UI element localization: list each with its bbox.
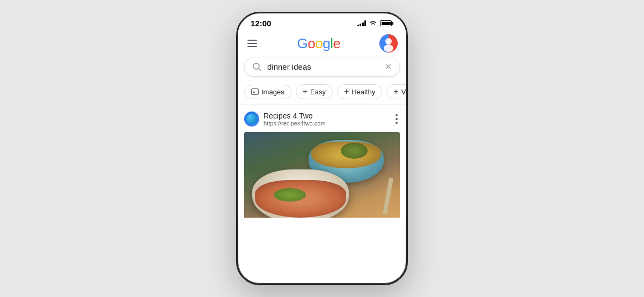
chip-healthy[interactable]: + Healthy	[337, 84, 382, 99]
top-nav: Google	[238, 30, 406, 57]
result-header: Recipes 4 Two https://recipes4two.com	[244, 112, 400, 127]
more-options-button[interactable]	[393, 112, 400, 126]
phone-screen: 12:00 Googl	[236, 12, 408, 285]
food-image	[244, 132, 400, 218]
logo-letter-e: e	[333, 35, 340, 51]
avatar[interactable]	[379, 34, 398, 53]
chip-vegetarian-plus-icon: +	[393, 87, 398, 96]
status-time: 12:00	[251, 19, 271, 28]
logo-letter-o2: o	[315, 35, 323, 51]
avatar-image	[379, 34, 398, 53]
dot-1	[396, 114, 398, 116]
signal-icon	[357, 20, 367, 26]
images-icon	[251, 88, 259, 95]
dot-3	[396, 122, 398, 124]
bowl-back-greens	[341, 143, 368, 159]
hamburger-menu-button[interactable]	[246, 39, 258, 48]
google-logo: Google	[297, 35, 341, 52]
filter-chips-container: Images + Easy + Healthy + Veget…	[238, 82, 406, 105]
chip-vegetarian-label: Veget…	[401, 88, 406, 96]
svg-line-6	[259, 68, 261, 71]
search-icon	[252, 62, 262, 72]
chip-healthy-label: Healthy	[352, 88, 375, 96]
result-card: Recipes 4 Two https://recipes4two.com	[238, 105, 406, 218]
source-url: https://recipes4two.com	[264, 120, 326, 127]
logo-letter-g2: g	[323, 35, 330, 51]
source-favicon	[244, 112, 259, 127]
dot-2	[396, 118, 398, 120]
status-bar: 12:00	[238, 13, 406, 30]
logo-letter-g: G	[297, 35, 308, 51]
chip-easy[interactable]: + Easy	[296, 84, 333, 99]
chip-images-label: Images	[261, 88, 284, 96]
phone-frame: 12:00 Googl	[236, 12, 408, 285]
svg-point-4	[384, 44, 393, 52]
chip-healthy-plus-icon: +	[344, 87, 349, 96]
clear-search-button[interactable]: ✕	[385, 62, 392, 72]
search-container: dinner ideas ✕	[238, 57, 406, 82]
bowl-front-garnish	[274, 188, 306, 202]
search-box[interactable]: dinner ideas ✕	[244, 57, 400, 77]
chip-vegetarian[interactable]: + Veget…	[386, 84, 406, 99]
source-text: Recipes 4 Two https://recipes4two.com	[264, 112, 326, 127]
wifi-icon	[369, 20, 377, 27]
fork-utensil	[383, 177, 393, 215]
chip-easy-plus-icon: +	[303, 87, 308, 96]
chip-easy-label: Easy	[310, 88, 326, 96]
chip-images[interactable]: Images	[244, 85, 291, 99]
search-query-text: dinner ideas	[267, 62, 385, 71]
result-source: Recipes 4 Two https://recipes4two.com	[244, 112, 326, 127]
favicon-image	[246, 114, 257, 124]
logo-letter-o1: o	[308, 35, 315, 51]
source-name: Recipes 4 Two	[264, 112, 326, 120]
status-icons	[357, 20, 394, 27]
battery-icon	[380, 20, 393, 26]
svg-point-3	[385, 38, 392, 44]
